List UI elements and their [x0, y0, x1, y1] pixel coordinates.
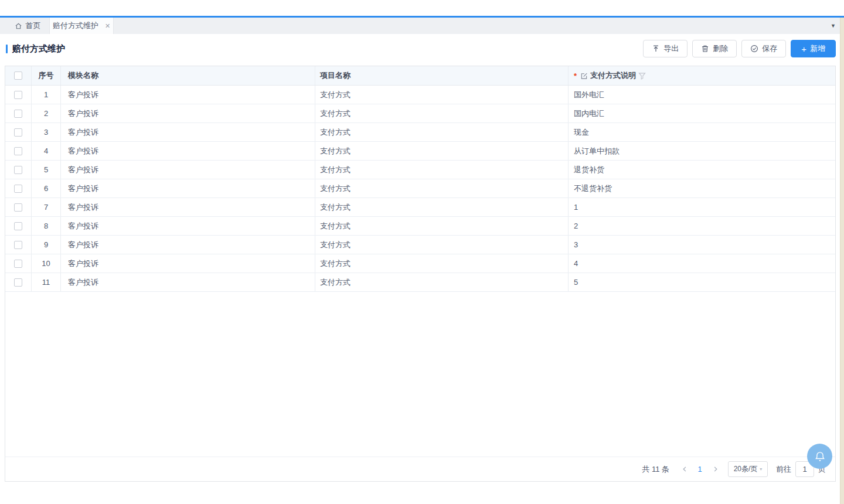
- trash-icon: [701, 45, 709, 53]
- select-all-checkbox[interactable]: [14, 71, 22, 80]
- table-row: 8 客户投诉 支付方式 2: [5, 217, 835, 236]
- row-checkbox[interactable]: [14, 222, 22, 230]
- row-checkbox[interactable]: [14, 241, 22, 249]
- edit-icon: [580, 72, 588, 80]
- required-mark: *: [574, 71, 577, 80]
- tabbar-dropdown-icon[interactable]: ▼: [831, 23, 836, 29]
- table-row: 5 客户投诉 支付方式 退货补货: [5, 161, 835, 179]
- row-checkbox[interactable]: [14, 166, 22, 174]
- export-button[interactable]: 导出: [643, 40, 688, 57]
- table-row: 9 客户投诉 支付方式 3: [5, 236, 835, 254]
- cell-module: 客户投诉: [61, 273, 315, 291]
- chevron-right-icon: [712, 466, 719, 472]
- prev-page-button[interactable]: [678, 462, 692, 476]
- cell-project: 支付方式: [315, 179, 569, 197]
- cell-desc: 不退货补货: [569, 179, 835, 197]
- cell-module: 客户投诉: [61, 217, 315, 235]
- table-row: 7 客户投诉 支付方式 1: [5, 198, 835, 217]
- row-checkbox-cell: [5, 161, 32, 179]
- cell-module: 客户投诉: [61, 104, 315, 122]
- save-button[interactable]: 保存: [741, 40, 786, 57]
- cell-project: 支付方式: [315, 198, 569, 216]
- scrollbar-gutter: [840, 18, 844, 504]
- filter-icon[interactable]: [638, 72, 646, 80]
- row-checkbox[interactable]: [14, 128, 22, 137]
- tab-close-icon[interactable]: ✕: [105, 23, 110, 29]
- data-table: 序号 模块名称 项目名称 * 支付方式说明 1 客户投诉 支付方式 国外电汇: [5, 66, 836, 482]
- cell-index: 10: [32, 254, 61, 273]
- row-checkbox[interactable]: [14, 91, 22, 99]
- notification-bell-button[interactable]: [807, 444, 832, 469]
- cell-index: 5: [32, 161, 61, 179]
- bell-icon: [814, 450, 826, 463]
- cell-index: 2: [32, 104, 61, 122]
- cell-index: 7: [32, 198, 61, 216]
- table-row: 10 客户投诉 支付方式 4: [5, 254, 835, 273]
- table-row: 11 客户投诉 支付方式 5: [5, 273, 835, 292]
- add-button-label: 新增: [810, 43, 825, 54]
- cell-module: 客户投诉: [61, 86, 315, 104]
- cell-index: 6: [32, 179, 61, 197]
- plus-icon: +: [801, 45, 806, 53]
- page-number-1[interactable]: 1: [692, 465, 708, 474]
- header-index: 序号: [32, 66, 61, 85]
- row-checkbox[interactable]: [14, 260, 22, 268]
- page-size-select[interactable]: 20条/页 ▾: [728, 461, 768, 477]
- cell-project: 支付方式: [315, 123, 569, 141]
- row-checkbox-cell: [5, 104, 32, 122]
- pagination-total: 共 11 条: [642, 464, 669, 475]
- cell-module: 客户投诉: [61, 161, 315, 179]
- row-checkbox[interactable]: [14, 110, 22, 118]
- cell-desc: 现金: [569, 123, 835, 141]
- row-checkbox[interactable]: [14, 203, 22, 212]
- tab-active-label: 赔付方式维护: [53, 21, 98, 31]
- cell-module: 客户投诉: [61, 179, 315, 197]
- check-circle-icon: [750, 45, 758, 53]
- cell-module: 客户投诉: [61, 123, 315, 141]
- cell-index: 4: [32, 142, 61, 160]
- delete-button[interactable]: 删除: [692, 40, 737, 57]
- page-title: 赔付方式维护: [12, 43, 65, 55]
- save-button-label: 保存: [762, 43, 777, 54]
- row-checkbox[interactable]: [14, 278, 22, 287]
- tab-active[interactable]: 赔付方式维护 ✕: [49, 18, 114, 34]
- row-checkbox-cell: [5, 179, 32, 197]
- cell-desc: 退货补货: [569, 161, 835, 179]
- cell-desc: 国外电汇: [569, 86, 835, 104]
- tab-bar: 首页 赔付方式维护 ✕ ▼: [0, 18, 844, 34]
- cell-module: 客户投诉: [61, 254, 315, 273]
- cell-project: 支付方式: [315, 86, 569, 104]
- row-checkbox-cell: [5, 142, 32, 160]
- page-header: 赔付方式维护: [6, 40, 65, 57]
- header-select-all-cell: [5, 66, 32, 85]
- cell-module: 客户投诉: [61, 142, 315, 160]
- page-size-value: 20条/页: [734, 464, 758, 474]
- header-desc: * 支付方式说明: [569, 66, 835, 85]
- next-page-button[interactable]: [708, 462, 722, 476]
- row-checkbox-cell: [5, 273, 32, 291]
- row-checkbox-cell: [5, 217, 32, 235]
- row-checkbox[interactable]: [14, 185, 22, 193]
- row-checkbox[interactable]: [14, 147, 22, 155]
- row-checkbox-cell: [5, 198, 32, 216]
- header-module: 模块名称: [61, 66, 315, 85]
- add-button[interactable]: + 新增: [791, 40, 836, 57]
- row-checkbox-cell: [5, 123, 32, 141]
- cell-index: 11: [32, 273, 61, 291]
- cell-desc: 1: [569, 198, 835, 216]
- tab-home[interactable]: 首页: [6, 18, 49, 34]
- table-header-row: 序号 模块名称 项目名称 * 支付方式说明: [5, 66, 835, 86]
- table-row: 2 客户投诉 支付方式 国内电汇: [5, 104, 835, 123]
- cell-desc: 2: [569, 217, 835, 235]
- row-checkbox-cell: [5, 236, 32, 254]
- row-checkbox-cell: [5, 254, 32, 273]
- app-window: 首页 赔付方式维护 ✕ ▼ 赔付方式维护 导出 删除 保存: [0, 0, 844, 504]
- cell-index: 8: [32, 217, 61, 235]
- table-row: 6 客户投诉 支付方式 不退货补货: [5, 179, 835, 198]
- export-icon: [652, 45, 660, 53]
- cell-project: 支付方式: [315, 104, 569, 122]
- table-row: 4 客户投诉 支付方式 从订单中扣款: [5, 142, 835, 161]
- header-project: 项目名称: [315, 66, 569, 85]
- pagination-bar: 共 11 条 1 20条/页 ▾ 前往 页: [5, 457, 835, 481]
- chevron-left-icon: [682, 466, 688, 472]
